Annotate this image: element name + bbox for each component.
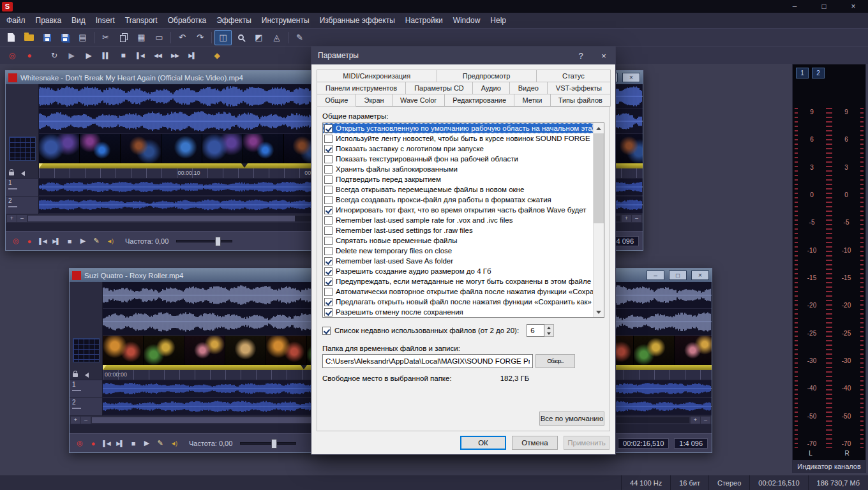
envelope-tool-button[interactable]: ◬ [268,30,285,45]
video-frame-thumbnail[interactable] [184,336,225,365]
save-all-button[interactable] [56,30,73,45]
video-frame-thumbnail[interactable] [121,134,161,163]
video-frame-thumbnail[interactable] [266,336,307,365]
option-checkbox[interactable] [324,257,333,265]
rewind-button[interactable]: ◀◀ [151,48,165,63]
option-row[interactable]: Всегда создавать прокси-файл для работы … [323,195,593,205]
option-checkbox[interactable] [324,267,333,276]
close-button[interactable]: × [622,73,640,82]
edit-tool-button[interactable]: ◫ [214,30,232,45]
video-frame-thumbnail[interactable] [39,134,80,163]
pencil-tool-button[interactable]: ✎ [154,437,167,450]
minimize-button[interactable]: – [780,0,809,13]
option-checkbox[interactable] [324,124,333,133]
recent-files-count[interactable]: 6 [527,324,544,337]
zoom-out-button[interactable]: – [632,215,641,222]
stop-button[interactable]: ■ [116,48,130,63]
option-row[interactable]: Разрешить создание аудио размером до 4 Г… [323,266,593,276]
tab[interactable]: Параметры CD [405,82,473,94]
new-file-button[interactable] [3,30,20,45]
tab[interactable]: Видео [509,82,548,94]
scroll-down-button[interactable] [594,307,604,317]
tab[interactable]: Wave Color [392,94,445,107]
menu-item[interactable]: Window [448,13,486,28]
audio-monitor-button[interactable]: ◄) [103,235,116,248]
option-checkbox[interactable] [324,165,333,174]
record-ready-button[interactable]: ◎ [10,235,22,248]
play-all-button[interactable]: ▶ [64,48,79,63]
open-file-button[interactable] [20,30,38,45]
tab[interactable]: Статус [536,70,611,82]
slider-handle[interactable] [271,439,277,449]
redo-button[interactable]: ↷ [191,30,209,45]
option-checkbox[interactable] [324,308,333,316]
menu-item[interactable]: Transport [120,13,163,28]
video-frame-thumbnail[interactable] [675,336,712,365]
scrollbar-thumb[interactable] [594,133,604,223]
forward-button[interactable]: ▶▶ [168,48,182,63]
event-tool-button[interactable]: ◩ [250,30,267,45]
option-checkbox[interactable] [324,206,333,214]
app-titlebar[interactable]: S – □ × [0,0,868,13]
defaults-button[interactable]: Все по умолчанию [539,412,604,426]
pause-button[interactable]: ▌▌ [99,48,113,63]
option-row[interactable]: Показать текстурированный фон на рабочей… [323,154,593,164]
close-button[interactable]: × [592,47,615,64]
option-row[interactable]: Подтвердить перед закрытием [323,174,593,184]
speaker-icon[interactable] [19,171,25,176]
option-row[interactable]: Предлагать открыть новый файл после нажа… [323,297,593,307]
zoom-out-button[interactable]: – [17,215,27,222]
restore-button[interactable]: □ [669,271,687,280]
trim-button[interactable]: ▭ [151,30,168,45]
option-row[interactable]: Remember last-used settings for .raw fil… [323,225,593,235]
close-button[interactable]: × [839,0,868,13]
recent-files-stepper[interactable] [544,324,554,337]
vertical-scrollbar[interactable] [593,123,604,317]
menu-item[interactable]: Insert [91,13,120,28]
menu-item[interactable]: Обработка [163,13,212,28]
spin-up-icon[interactable] [544,325,553,330]
zoom-in-button[interactable]: + [622,215,631,222]
stop-button[interactable]: ■ [63,235,76,248]
option-row[interactable]: Используйте ленту новостей, чтобы быть в… [323,133,593,144]
go-to-start-button[interactable]: ▌◀ [133,48,147,63]
go-to-end-button[interactable]: ▶▌ [50,235,63,248]
track-header[interactable]: 1 [70,380,103,397]
dialog-titlebar[interactable]: Параметры ? × [311,47,615,64]
menu-item[interactable]: Вид [66,13,91,28]
frequency-slider[interactable] [176,240,232,242]
zoom-out-button[interactable]: – [701,417,710,424]
video-frame-thumbnail[interactable] [202,134,243,163]
option-row[interactable]: Remember last-used sample rate for .vox … [323,215,593,225]
meter-left-channel[interactable]: 9630-5-10-15-20-25-30-40-50-70 [795,108,829,448]
option-checkbox[interactable] [324,237,333,245]
close-button[interactable]: × [691,271,709,280]
option-checkbox[interactable] [324,175,333,184]
zoom-in-button[interactable]: + [71,417,80,424]
cut-button[interactable]: ✂ [97,30,114,45]
paste-button[interactable]: ▦ [133,30,150,45]
track-header[interactable]: 2 [6,197,39,214]
menu-item[interactable]: Правка [31,13,67,28]
event-marker-button[interactable]: ◆ [210,48,224,63]
option-row[interactable]: Показать заставку с логотипом при запуск… [323,144,593,154]
record-button[interactable]: ● [23,235,36,248]
option-checkbox[interactable] [324,216,333,225]
option-row[interactable]: Спрятать новые временные файлы [323,235,593,246]
video-frame-thumbnail[interactable] [225,336,266,365]
tab[interactable]: Общие [317,94,356,107]
frequency-slider[interactable] [240,442,296,445]
option-row[interactable]: Автоматически повторное открытие файла п… [323,286,593,297]
lock-icon[interactable] [9,172,14,175]
browse-button[interactable]: Обзор... [535,354,575,368]
track-header[interactable]: 2 [70,398,103,415]
tab[interactable]: Панели инструментов [317,82,406,94]
undo-button[interactable]: ↶ [174,30,191,45]
pencil-tool-button[interactable]: ✎ [291,30,308,45]
selection-length-display[interactable]: 1:4 096 [674,438,708,449]
pencil-tool-button[interactable]: ✎ [90,235,103,248]
status-field[interactable]: 16 бит [670,475,708,490]
record-button[interactable]: ● [22,48,36,63]
option-checkbox[interactable] [324,196,333,204]
recent-files-checkbox[interactable] [322,327,331,335]
